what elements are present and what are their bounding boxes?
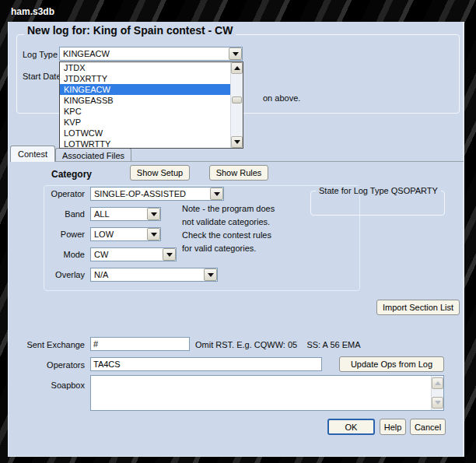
band-value: ALL bbox=[94, 209, 110, 219]
operator-label: Operator bbox=[9, 189, 85, 198]
power-dropdown-button[interactable] bbox=[147, 228, 160, 240]
note-line: Check the contest rules bbox=[182, 229, 275, 242]
operators-label: Operators bbox=[9, 360, 85, 370]
state-group-title: State for Log Type QSOPARTY bbox=[316, 186, 441, 195]
update-ops-button[interactable]: Update Ops from Log bbox=[339, 356, 444, 372]
chevron-down-icon bbox=[166, 253, 173, 257]
sent-exchange-label: Sent Exchange bbox=[9, 340, 85, 349]
operator-combobox[interactable]: SINGLE-OP-ASSISTED bbox=[90, 187, 224, 201]
mode-value: CW bbox=[94, 250, 108, 259]
band-label: Band bbox=[9, 209, 85, 219]
dropdown-scrollbar[interactable] bbox=[230, 62, 243, 148]
ok-button[interactable]: OK bbox=[327, 419, 375, 435]
mode-dropdown-button[interactable] bbox=[163, 248, 176, 261]
show-rules-button[interactable]: Show Rules bbox=[209, 165, 268, 181]
show-setup-button[interactable]: Show Setup bbox=[130, 165, 190, 181]
scroll-up-button[interactable] bbox=[432, 377, 443, 389]
arrow-down-icon bbox=[435, 401, 441, 405]
band-dropdown-button[interactable] bbox=[147, 208, 160, 220]
scroll-down-button[interactable] bbox=[432, 397, 443, 409]
window-title: ham.s3db bbox=[11, 6, 54, 17]
chevron-down-icon bbox=[233, 52, 239, 56]
overlay-label: Overlay bbox=[9, 270, 85, 279]
log-type-combobox[interactable]: KINGEACW bbox=[59, 47, 243, 61]
dropdown-option[interactable]: KVP bbox=[60, 117, 230, 128]
dropdown-option[interactable]: KINGEASSB bbox=[60, 95, 230, 106]
soapbox-textarea[interactable] bbox=[90, 375, 444, 411]
tab-panel-border bbox=[10, 161, 464, 162]
operator-value: SINGLE-OP-ASSISTED bbox=[94, 189, 186, 198]
operator-dropdown-button[interactable] bbox=[210, 188, 223, 200]
overlay-combobox[interactable]: N/A bbox=[90, 268, 218, 282]
mode-combobox[interactable]: CW bbox=[90, 247, 177, 261]
dropdown-option[interactable]: KPC bbox=[60, 106, 230, 117]
category-label: Category bbox=[51, 169, 92, 180]
scrollbar-thumb[interactable] bbox=[232, 96, 242, 103]
start-date-label: Start Date bbox=[23, 72, 61, 81]
dialog-body: New log for: King of Spain contest - CW … bbox=[8, 22, 464, 457]
chevron-down-icon bbox=[151, 233, 157, 237]
arrow-up-icon bbox=[234, 66, 240, 70]
new-log-group-title: New log for: King of Spain contest - CW bbox=[24, 24, 236, 37]
soapbox-label: Soapbox bbox=[9, 381, 85, 390]
chevron-down-icon bbox=[214, 192, 220, 196]
chevron-down-icon bbox=[151, 212, 157, 216]
category-note: Note - the program does not validate cat… bbox=[182, 202, 275, 255]
operators-input[interactable] bbox=[90, 357, 322, 371]
sent-exchange-input[interactable] bbox=[90, 337, 190, 351]
tab-contest-label: Contest bbox=[18, 149, 47, 159]
log-type-value: KINGEACW bbox=[63, 49, 110, 58]
mode-label: Mode bbox=[9, 250, 85, 259]
cancel-button[interactable]: Cancel bbox=[410, 419, 446, 435]
titlebar[interactable]: ham.s3db bbox=[0, 0, 476, 22]
dropdown-option[interactable]: JTDX bbox=[60, 62, 230, 73]
dropdown-option[interactable]: JTDXRTTY bbox=[60, 73, 230, 84]
chevron-down-icon bbox=[208, 273, 214, 277]
soapbox-scrollbar[interactable] bbox=[431, 376, 443, 410]
sent-exchange-hint: Omit RST. E.g. CQWW: 05 SS: A 56 EMA bbox=[195, 340, 361, 349]
dropdown-option[interactable]: LOTWCW bbox=[60, 128, 230, 139]
overlay-dropdown-button[interactable] bbox=[204, 268, 217, 281]
arrow-up-icon bbox=[435, 381, 441, 385]
band-combobox[interactable]: ALL bbox=[90, 207, 161, 221]
tab-contest[interactable]: Contest bbox=[10, 146, 55, 162]
tab-associated-files-label: Associated Files bbox=[62, 151, 124, 160]
scroll-down-button[interactable] bbox=[231, 136, 243, 148]
app-window: ham.s3db New log for: King of Spain cont… bbox=[0, 0, 476, 463]
log-type-dropdown-button[interactable] bbox=[229, 47, 242, 60]
scroll-up-button[interactable] bbox=[231, 62, 243, 74]
help-button[interactable]: Help bbox=[380, 419, 406, 435]
overlay-value: N/A bbox=[94, 270, 108, 279]
dropdown-option-selected[interactable]: KINGEACW bbox=[60, 84, 230, 95]
dropdown-option[interactable]: LOTWRTTY bbox=[60, 139, 230, 149]
tab-associated-files[interactable]: Associated Files bbox=[55, 148, 131, 162]
obscured-hint-text: on above. bbox=[263, 93, 300, 103]
import-section-list-button[interactable]: Import Section List bbox=[376, 300, 460, 315]
note-line: Note - the program does bbox=[182, 202, 275, 216]
note-line: not validate categories. bbox=[182, 216, 275, 229]
log-type-label: Log Type bbox=[23, 50, 58, 59]
power-value: LOW bbox=[94, 230, 114, 239]
log-type-dropdown-list: JTDX JTDXRTTY KINGEACW KINGEASSB KPC KVP… bbox=[59, 61, 243, 149]
power-label: Power bbox=[9, 230, 85, 239]
arrow-down-icon bbox=[234, 140, 240, 144]
note-line: for valid categories. bbox=[182, 242, 275, 255]
power-combobox[interactable]: LOW bbox=[90, 227, 161, 241]
